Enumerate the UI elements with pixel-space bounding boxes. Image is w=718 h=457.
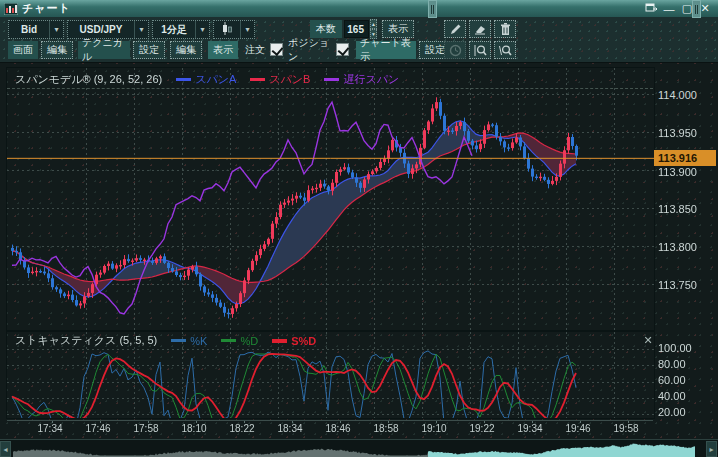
legend-swatch [272, 339, 287, 343]
main-chart-title: スパンモデル® (9, 26, 52, 26) [15, 72, 162, 87]
stoch-label: 60.00 [658, 374, 716, 386]
time-label: 18:46 [320, 423, 356, 434]
window-icon [4, 3, 18, 15]
legend-item-k: %K [171, 335, 207, 347]
display-label: 表示 [208, 41, 238, 59]
legend-swatch [221, 339, 236, 342]
time-label: 18:22 [224, 423, 260, 434]
price-label: 113.800 [658, 241, 716, 253]
technical-label: テクニカル [78, 41, 130, 59]
draw-tool-button[interactable] [444, 20, 466, 38]
current-price-badge: 113.916 [654, 150, 716, 166]
position-label: ポジション [288, 41, 334, 59]
stoch-label: 40.00 [658, 390, 716, 402]
candlestick-icon [222, 22, 232, 35]
order-label: 注文 [241, 41, 269, 59]
legend-swatch [176, 78, 191, 81]
legend-item-sd: S%D [272, 335, 316, 347]
window-titlebar[interactable]: チャート — ▢ ✕ [0, 0, 718, 17]
chart-type-dropdown[interactable]: ▾ [213, 20, 255, 39]
screen-edit-button[interactable]: 編集 [41, 41, 73, 59]
main-chart-header: スパンモデル® (9, 26, 52, 26) スパンA スパンB 遅行スパン [7, 70, 653, 89]
minimize-button[interactable]: — [660, 2, 678, 16]
time-label: 19:22 [464, 423, 500, 434]
position-checkbox[interactable] [336, 43, 349, 56]
nav-left-icon: ◂ [3, 445, 7, 454]
legend-swatch [250, 78, 265, 81]
zoom-in-button[interactable] [469, 41, 491, 59]
price-label: 113.850 [658, 203, 716, 215]
time-label: 17:46 [80, 423, 116, 434]
stochastics-header: ストキャスティクス (5, 5, 5) %K %D S%D [7, 332, 653, 349]
legend-swatch [171, 339, 186, 342]
legend-item-lagging-span: 遅行スパン [324, 72, 399, 87]
chevron-down-icon: ▾ [240, 21, 254, 38]
stochastics-close-button[interactable]: ✕ [642, 334, 654, 346]
time-label: 17:58 [128, 423, 164, 434]
nav-handle-left[interactable] [428, 0, 437, 18]
timeframe-dropdown[interactable]: 1分足 ▾ [152, 20, 210, 39]
price-label: 113.950 [658, 127, 716, 139]
timeframe-value: 1分足 [153, 23, 195, 37]
stoch-label: 80.00 [658, 358, 716, 370]
legend-swatch [324, 78, 339, 81]
time-label: 17:34 [32, 423, 68, 434]
chart-display-button[interactable]: チャート表示 [356, 41, 416, 59]
chevron-down-icon: ▾ [195, 21, 209, 38]
order-checkbox[interactable] [270, 43, 283, 56]
stoch-label: 100.00 [658, 342, 716, 354]
stoch-label: 20.00 [658, 406, 716, 418]
zoom-out-button[interactable] [494, 41, 516, 59]
eraser-button[interactable] [469, 20, 491, 38]
time-label: 19:58 [608, 423, 644, 434]
popout-icon [645, 3, 658, 14]
technical-edit-button[interactable]: 編集 [170, 41, 202, 59]
time-label: 19:46 [560, 423, 596, 434]
bid-dropdown[interactable]: Bid ▾ [8, 20, 64, 39]
trash-icon [500, 23, 511, 36]
history-clock-icon [449, 44, 462, 57]
legend-item-span-b: スパンB [250, 72, 310, 87]
price-label: 113.900 [658, 166, 716, 178]
nav-scroll-right-button[interactable]: ▸ [706, 441, 717, 457]
popout-button[interactable] [642, 2, 660, 16]
close-icon: ✕ [643, 334, 652, 346]
eraser-icon [473, 23, 487, 35]
zoom-out-icon [498, 44, 512, 57]
time-label: 18:58 [368, 423, 404, 434]
zoom-in-icon [473, 44, 487, 57]
legend-item-span-a: スパンA [176, 72, 236, 87]
legend-item-d: %D [221, 335, 258, 347]
stochastics-title: ストキャスティクス (5, 5, 5) [15, 333, 157, 348]
time-label: 19:10 [416, 423, 452, 434]
chevron-down-icon: ▾ [134, 21, 148, 38]
history-button[interactable] [444, 41, 466, 59]
bid-value: Bid [9, 24, 49, 35]
window-title: チャート [22, 1, 71, 16]
pencil-icon [449, 23, 462, 36]
time-label: 18:34 [272, 423, 308, 434]
navigator-canvas[interactable] [13, 441, 703, 457]
chevron-down-icon: ▾ [49, 21, 63, 38]
technical-settings-button[interactable]: 設定 [133, 41, 165, 59]
time-label: 18:10 [176, 423, 212, 434]
chart-window: チャート — ▢ ✕ Bid ▾ USD/JPY ▾ 1分足 ▾ ▾ 本数 [0, 0, 718, 457]
pair-value: USD/JPY [68, 24, 134, 35]
time-label: 19:34 [512, 423, 548, 434]
screen-label: 画面 [8, 41, 38, 59]
nav-scroll-left-button[interactable]: ◂ [0, 441, 11, 457]
spinner-up-button[interactable]: ▲ [370, 19, 377, 29]
delete-button[interactable] [494, 20, 516, 38]
price-label: 114.000 [658, 89, 716, 101]
price-label: 113.750 [658, 279, 716, 291]
nav-handle-right[interactable] [692, 0, 701, 18]
nav-right-icon: ▸ [709, 445, 713, 454]
